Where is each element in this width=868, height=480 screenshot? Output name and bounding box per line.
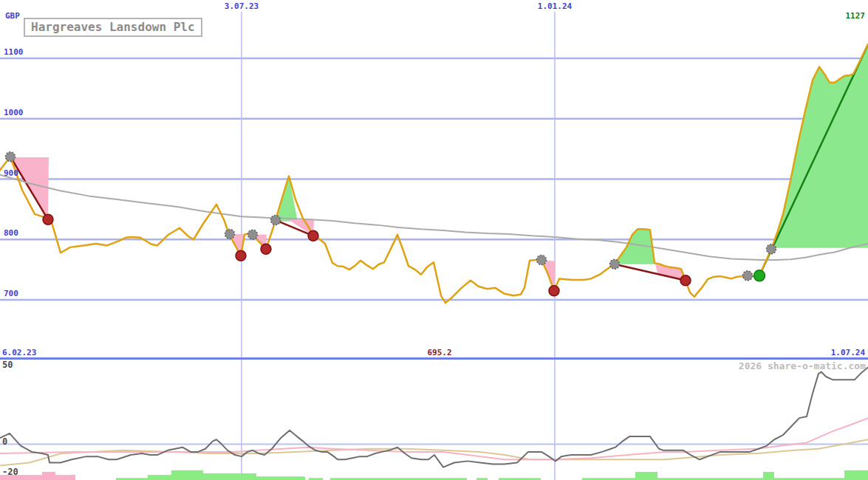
close-line [0,44,868,303]
price-line [0,44,868,303]
entry-marker [225,229,235,239]
loss-exit-marker [549,286,559,296]
x-axis-start-date-label: 6.02.23 [2,349,36,357]
date-gridlines [242,12,555,480]
price-tick-label: 1000 [4,109,24,117]
pink-histogram-bar [55,475,75,480]
osc-pink-line [0,418,868,459]
trade-profit-loss-fills [10,44,868,290]
buy-marker [754,270,765,281]
green-histogram-bar [171,470,203,480]
price-tick-label: 800 [4,229,18,237]
pink-histogram-bar [42,472,55,480]
entry-marker [610,259,620,269]
entry-marker [537,256,547,265]
entry-marker [767,244,776,254]
loss-exit-marker [261,244,271,254]
price-tick-label: 1100 [4,48,24,56]
stock-chart-canvas [0,0,868,480]
trade-trend-lines [10,44,868,281]
green-histogram-bar [148,475,171,480]
oscillator-tick-label: 50 [2,360,13,369]
loss-exit-marker [43,214,53,224]
entry-marker [248,230,258,239]
min-price-label: 695.2 [427,349,451,357]
oscillator-tick-label: -20 [2,467,18,476]
watermark: 2026 share-o-matic.com [739,361,866,371]
loss-exit-marker [236,250,246,261]
x-axis-date-label: 3.07.23 [225,2,259,10]
green-histogram-bar [635,472,657,480]
moving-average-line [0,175,868,260]
entry-marker [743,271,753,281]
entry-marker [271,216,281,225]
loss-exit-marker [308,230,318,241]
volume-histogram [0,470,868,480]
loss-exit-marker [680,275,691,286]
last-price-label: 1127 [846,12,866,20]
x-axis-date-label: 1.01.24 [538,2,572,10]
entry-marker [6,152,16,162]
green-histogram-bar [844,470,868,480]
x-axis-end-date-label: 1.07.24 [831,349,865,357]
currency-axis-label: GBP [5,12,20,20]
green-histogram-bar [763,472,774,480]
oscillator-lines [0,368,868,467]
green-histogram-bar [203,473,256,480]
green-histogram-bar [256,476,305,480]
moving-average-line [0,175,868,260]
chart-title: Hargreaves Lansdown Plc [24,18,202,37]
price-tick-label: 900 [4,169,18,177]
oscillator-tick-label: 0 [2,437,7,446]
price-tick-label: 700 [4,289,18,298]
stock-chart-page: GBP Hargreaves Lansdown Plc 1127 3.07.23… [0,0,868,480]
